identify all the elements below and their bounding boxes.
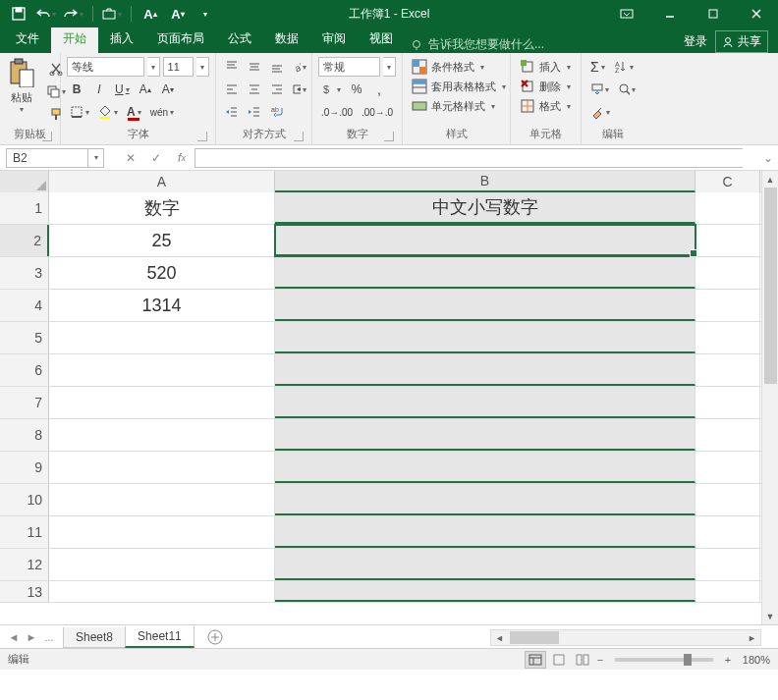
merge-icon[interactable] — [290, 80, 309, 99]
formula-input[interactable] — [194, 148, 743, 168]
zoom-in-icon[interactable]: + — [721, 653, 735, 667]
cell-a4[interactable]: 1314 — [49, 290, 275, 321]
font-name-dropdown[interactable]: ▾ — [147, 57, 160, 77]
autosum-icon[interactable]: Σ — [587, 57, 608, 77]
cell[interactable] — [695, 516, 760, 548]
cell[interactable] — [695, 484, 760, 515]
select-all-corner[interactable] — [0, 171, 49, 192]
row-header[interactable]: 6 — [0, 354, 49, 386]
save-icon[interactable] — [6, 2, 31, 26]
cell-b1[interactable]: 中文小写数字 — [275, 192, 695, 224]
cell[interactable] — [49, 484, 275, 515]
comma-format-icon[interactable]: , — [369, 80, 389, 99]
cell-c2[interactable] — [695, 225, 760, 256]
briefcase-icon[interactable] — [99, 2, 125, 26]
fill-color-button[interactable] — [95, 102, 121, 122]
sheet-tab-sheet8[interactable]: Sheet8 — [63, 627, 126, 648]
italic-button[interactable]: I — [89, 80, 109, 99]
orientation-icon[interactable]: ab — [290, 57, 309, 77]
percent-format-icon[interactable]: % — [347, 80, 366, 99]
font-size-combo[interactable]: 11 — [163, 57, 194, 77]
phonetic-button[interactable]: wén — [147, 102, 177, 122]
cell[interactable] — [275, 387, 695, 418]
decrease-font-button[interactable]: A▾ — [158, 80, 178, 99]
increase-decimal-icon[interactable]: .0→.00 — [318, 102, 356, 122]
fill-icon[interactable] — [587, 80, 612, 99]
insert-function-icon[interactable]: fx — [169, 148, 194, 168]
delete-cells-button[interactable]: 删除 — [517, 77, 575, 96]
tab-file[interactable]: 文件 — [4, 26, 51, 53]
font-name-combo[interactable]: 等线 — [67, 57, 144, 77]
number-format-combo[interactable]: 常规 — [318, 57, 380, 77]
tab-review[interactable]: 审阅 — [310, 26, 358, 53]
col-header-c[interactable]: C — [695, 171, 760, 192]
row-header[interactable]: 8 — [0, 419, 49, 451]
scroll-left-icon[interactable]: ◄ — [491, 630, 508, 645]
cell[interactable] — [49, 516, 275, 548]
conditional-format-button[interactable]: 条件格式 — [409, 57, 504, 77]
tab-data[interactable]: 数据 — [263, 26, 310, 53]
increase-font-button[interactable]: A▴ — [136, 80, 155, 99]
increase-font-icon[interactable]: A▴ — [138, 2, 163, 26]
sheet-nav-more-icon[interactable]: ... — [41, 629, 57, 645]
close-icon[interactable] — [735, 0, 778, 27]
undo-icon[interactable] — [33, 2, 59, 26]
cell[interactable] — [695, 581, 760, 602]
cell[interactable] — [275, 322, 695, 353]
name-box-dropdown[interactable]: ▾ — [88, 148, 104, 168]
new-sheet-button[interactable] — [203, 626, 227, 648]
page-layout-view-icon[interactable] — [548, 651, 570, 669]
align-bottom-icon[interactable] — [267, 57, 287, 77]
bold-button[interactable]: B — [67, 80, 86, 99]
row-header[interactable]: 9 — [0, 452, 49, 483]
table-format-button[interactable]: 套用表格格式 — [409, 77, 504, 96]
vertical-scrollbar[interactable]: ▲ ▼ — [761, 171, 778, 624]
row-header[interactable]: 10 — [0, 484, 49, 515]
cell-b4[interactable] — [275, 290, 695, 321]
cell-b3[interactable] — [275, 257, 695, 289]
col-header-b[interactable]: B — [275, 171, 695, 192]
cancel-edit-icon[interactable]: ✕ — [118, 148, 143, 168]
cell[interactable] — [49, 419, 275, 451]
align-top-icon[interactable] — [222, 57, 242, 77]
cell-a3[interactable]: 520 — [49, 257, 275, 289]
cell[interactable] — [49, 581, 275, 602]
number-format-dropdown[interactable]: ▾ — [383, 57, 396, 77]
clear-icon[interactable] — [587, 102, 613, 122]
cell[interactable] — [49, 354, 275, 386]
cell[interactable] — [49, 452, 275, 483]
decrease-decimal-icon[interactable]: .00→.0 — [359, 102, 396, 122]
insert-cells-button[interactable]: 插入 — [517, 57, 575, 77]
paste-button[interactable]: 粘贴 ▾ — [6, 57, 37, 114]
scroll-thumb[interactable] — [764, 188, 777, 384]
sheet-tab-sheet11[interactable]: Sheet11 — [125, 626, 194, 648]
format-cells-button[interactable]: 格式 — [517, 96, 575, 116]
scroll-down-icon[interactable]: ▼ — [762, 608, 778, 624]
zoom-level[interactable]: 180% — [743, 654, 770, 666]
border-button[interactable] — [67, 102, 92, 122]
tab-layout[interactable]: 页面布局 — [145, 26, 216, 53]
zoom-out-icon[interactable]: − — [593, 653, 607, 667]
name-box[interactable]: B2 — [6, 148, 88, 168]
cell[interactable] — [695, 354, 760, 386]
share-button[interactable]: 共享 — [715, 30, 768, 53]
row-header[interactable]: 5 — [0, 322, 49, 353]
accounting-format-icon[interactable]: $ — [318, 80, 344, 99]
wrap-text-icon[interactable]: ab — [267, 102, 287, 122]
cell-b2[interactable] — [275, 225, 695, 256]
scroll-right-icon[interactable]: ► — [744, 630, 760, 645]
font-size-dropdown[interactable]: ▾ — [196, 57, 209, 77]
clipboard-dialog-launcher[interactable] — [42, 132, 52, 141]
cell[interactable] — [275, 581, 695, 602]
increase-indent-icon[interactable] — [245, 102, 264, 122]
tab-view[interactable]: 视图 — [358, 26, 405, 53]
expand-formula-bar-icon[interactable]: ⌄ — [760, 148, 776, 168]
align-center-icon[interactable] — [245, 80, 264, 99]
decrease-font-icon[interactable]: A▾ — [165, 2, 191, 26]
font-dialog-launcher[interactable] — [197, 132, 207, 141]
cell-c4[interactable] — [695, 290, 760, 321]
tell-me[interactable]: 告诉我您想要做什么... — [411, 36, 544, 53]
align-dialog-launcher[interactable] — [294, 132, 304, 141]
sheet-nav-next-icon[interactable]: ► — [24, 629, 39, 645]
cell-a2[interactable]: 25 — [49, 225, 275, 256]
